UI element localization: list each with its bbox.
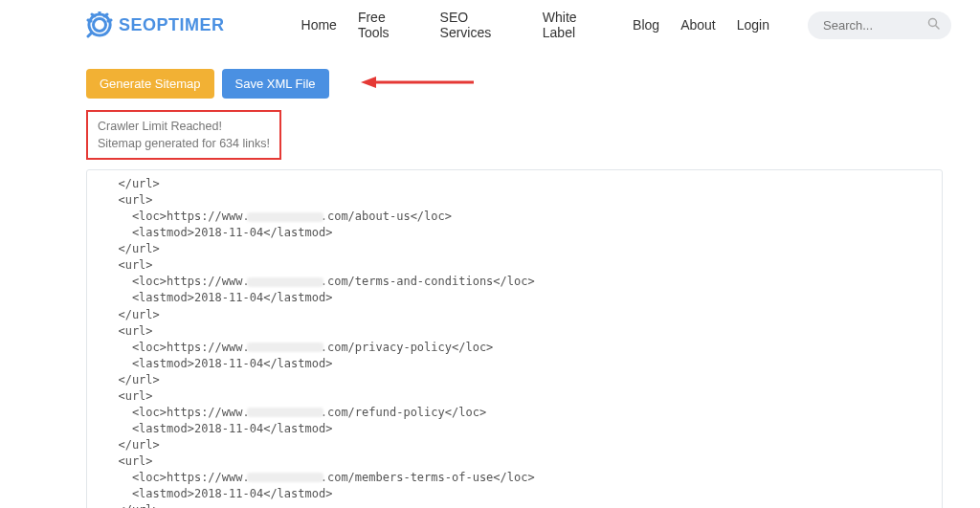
svg-point-0 [94, 19, 106, 32]
nav-free-tools[interactable]: Free Tools [358, 10, 419, 40]
sitemap-xml-output[interactable]: </url> <url> <loc>https://www..com/about… [86, 169, 943, 508]
status-line-1: Crawler Limit Reached! [98, 118, 270, 135]
logo-icon [86, 11, 113, 38]
nav-home[interactable]: Home [301, 17, 337, 33]
top-nav: Home Free Tools SEO Services White Label… [301, 10, 769, 40]
button-row: Generate Sitemap Save XML File [86, 69, 980, 99]
redacted-domain [247, 212, 323, 222]
redacted-domain [247, 408, 323, 417]
redacted-domain [247, 473, 323, 482]
nav-about[interactable]: About [680, 17, 716, 33]
search-wrap [808, 11, 951, 39]
search-icon [927, 16, 940, 33]
main: Generate Sitemap Save XML File Crawler L… [0, 50, 980, 508]
svg-line-2 [936, 26, 940, 30]
nav-login[interactable]: Login [737, 17, 769, 33]
status-line-2: Sitemap generated for 634 links! [98, 135, 270, 152]
annotation-arrow-icon [361, 74, 476, 95]
nav-seo-services[interactable]: SEO Services [440, 10, 522, 40]
redacted-domain [247, 277, 323, 287]
status-box: Crawler Limit Reached! Sitemap generated… [86, 110, 281, 160]
redacted-domain [247, 342, 323, 352]
svg-marker-4 [361, 77, 376, 88]
nav-blog[interactable]: Blog [633, 17, 659, 33]
logo-text: SEOPTIMER [119, 15, 225, 35]
generate-sitemap-button[interactable]: Generate Sitemap [86, 69, 214, 99]
save-xml-button[interactable]: Save XML File [222, 69, 329, 99]
nav-white-label[interactable]: White Label [543, 10, 612, 40]
logo[interactable]: SEOPTIMER [86, 11, 225, 38]
header: SEOPTIMER Home Free Tools SEO Services W… [0, 0, 980, 50]
